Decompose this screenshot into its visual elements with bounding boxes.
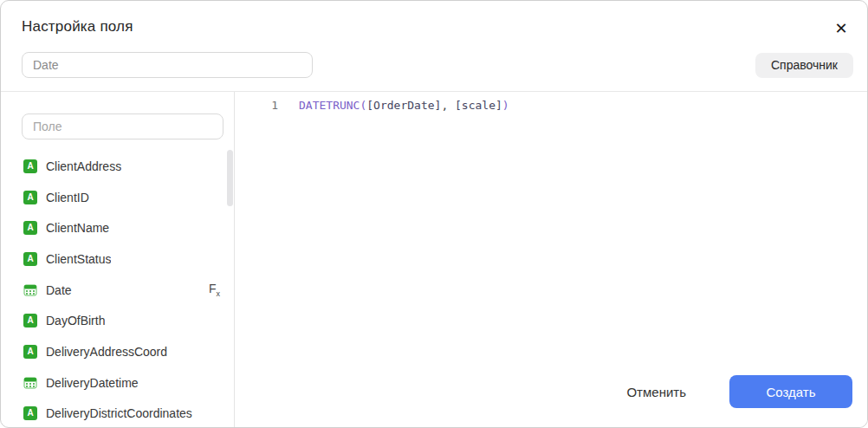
field-list-item-deliverydistrictcoordinates[interactable]: A DeliveryDistrictCoordinates [1,399,234,428]
field-name-label: DeliveryAddressCoord [46,345,167,359]
field-name-input[interactable] [22,52,313,78]
string-type-icon: A [23,345,37,359]
formula-indicator-icon: Fx [209,282,220,298]
string-type-icon: A [23,221,37,235]
date-type-icon [23,283,37,297]
field-list-item-clientstatus[interactable]: A ClientStatus [1,243,234,275]
field-list-sidebar: A ClientAddress A ClientID A ClientName … [1,92,235,428]
field-name-label: DeliveryDatetime [46,376,139,390]
cancel-button[interactable]: Отменить [626,385,686,399]
dialog-body: A ClientAddress A ClientID A ClientName … [1,92,867,428]
field-list-item-deliveryaddresscoord[interactable]: A DeliveryAddressCoord [1,336,234,367]
field-settings-dialog: Настройка поля ✕ Справочник A ClientAddr… [0,0,868,428]
string-type-icon: A [23,406,37,420]
field-list-item-date[interactable]: Date Fx [1,275,234,306]
line-number: 1 [235,98,278,113]
field-list-item-clientaddress[interactable]: A ClientAddress [1,151,234,182]
string-type-icon: A [23,191,37,204]
field-name-label: ClientID [46,191,89,204]
list-scrollbar-thumb[interactable] [227,150,233,206]
field-list-item-dayofbirth[interactable]: A DayOfBirth [1,305,234,336]
date-type-icon [23,376,37,390]
string-type-icon: A [23,252,37,266]
close-icon[interactable]: ✕ [829,16,853,41]
field-name-label: DayOfBirth [46,314,105,327]
field-list: A ClientAddress A ClientID A ClientName … [1,151,234,428]
string-type-icon: A [23,314,37,327]
dialog-header: Настройка поля ✕ Справочник [1,1,867,92]
field-list-item-deliverydatetime[interactable]: DeliveryDatetime [1,367,234,399]
field-name-label: DeliveryDistrictCoordinates [46,406,192,420]
string-type-icon: A [23,159,37,173]
page-title: Настройка поля [22,18,846,36]
field-name-label: ClientStatus [46,252,111,266]
formula-code: DATETRUNC([OrderDate], [scale]) [299,98,509,113]
create-button[interactable]: Создать [729,375,852,408]
field-name-label: ClientAddress [46,159,121,173]
dialog-footer: Отменить Создать [626,375,852,408]
header-controls: Справочник [22,52,853,78]
field-name-label: ClientName [46,221,109,235]
field-name-label: Date [46,283,72,297]
reference-button[interactable]: Справочник [755,53,853,78]
field-search-input[interactable] [22,113,223,139]
formula-editor[interactable]: 1 DATETRUNC([OrderDate], [scale]) [235,92,867,113]
field-list-item-clientname[interactable]: A ClientName [1,212,234,243]
field-list-item-clientid[interactable]: A ClientID [1,182,234,213]
formula-editor-pane: 1 DATETRUNC([OrderDate], [scale]) Отмени… [235,92,867,428]
